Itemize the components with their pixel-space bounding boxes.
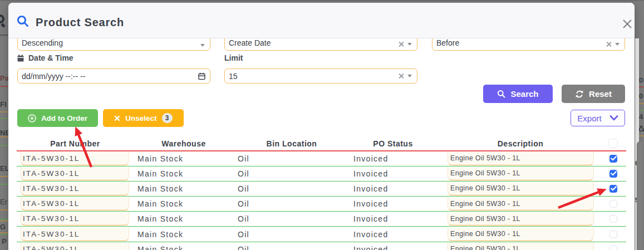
column-header-po-status[interactable]: PO Status bbox=[350, 139, 436, 148]
background-line bbox=[0, 136, 8, 138]
part-number-value: ITA-5W30-1L bbox=[23, 230, 80, 238]
column-header-description[interactable]: Description bbox=[436, 139, 604, 148]
background-line bbox=[0, 234, 8, 235]
warehouse-cell: Main Stock bbox=[134, 154, 234, 163]
chevron-down-icon bbox=[615, 43, 620, 46]
chevron-down-icon bbox=[200, 44, 205, 47]
clear-icon[interactable] bbox=[399, 73, 404, 79]
add-to-order-button[interactable]: Add to Order bbox=[17, 109, 98, 127]
warehouse-cell: Main Stock bbox=[134, 245, 234, 250]
description-cell-wrapper: Engine Oil 5W30 - 1L bbox=[436, 243, 604, 250]
chevron-down-icon bbox=[407, 75, 412, 77]
clear-icon[interactable] bbox=[399, 42, 404, 47]
po-status-cell: Invoiced bbox=[350, 199, 436, 208]
row-checkbox[interactable] bbox=[609, 155, 617, 163]
unselect-label: Unselect bbox=[125, 114, 156, 122]
description-cell[interactable]: Engine Oil 5W30 - 1L bbox=[448, 228, 594, 241]
export-button[interactable]: Export bbox=[571, 110, 625, 126]
results-table: Part Number Warehouse Bin Location PO St… bbox=[17, 137, 626, 250]
row-checkbox[interactable] bbox=[609, 185, 617, 193]
description-cell[interactable]: Engine Oil 5W30 - 1L bbox=[448, 197, 594, 210]
table-row: ITA-5W30-1L Main Stock Oil Invoiced Engi… bbox=[17, 197, 626, 212]
background-line bbox=[0, 118, 8, 119]
background-line bbox=[638, 86, 644, 87]
limit-select[interactable]: 15 bbox=[224, 68, 417, 84]
calendar-picker-icon[interactable] bbox=[198, 72, 205, 80]
export-label: Export bbox=[577, 114, 601, 123]
background-line bbox=[0, 111, 8, 112]
background-icon-fragment bbox=[0, 14, 4, 23]
part-number-value: ITA-5W30-1L bbox=[23, 214, 80, 223]
bin-location-cell: Oil bbox=[234, 214, 350, 223]
date-field-select[interactable]: Create Date bbox=[224, 38, 417, 51]
background-text-fragment: 4 bbox=[639, 112, 643, 121]
part-number-cell[interactable]: ITA-5W30-1L bbox=[21, 167, 129, 180]
close-icon[interactable] bbox=[621, 18, 633, 30]
part-number-cell[interactable]: ITA-5W30-1L bbox=[21, 212, 129, 226]
column-header-part-number[interactable]: Part Number bbox=[17, 139, 134, 148]
unselect-button[interactable]: Unselect 3 bbox=[103, 109, 184, 127]
description-value: Engine Oil 5W30 - 1L bbox=[450, 215, 520, 223]
description-cell-wrapper: Engine Oil 5W30 - 1L bbox=[436, 197, 604, 210]
background-text-fragment: Er bbox=[0, 198, 7, 206]
part-number-cell[interactable]: ITA-5W30-1L bbox=[21, 228, 129, 241]
backdrop-top-edge bbox=[0, 0, 644, 1]
description-cell-wrapper: Engine Oil 5W30 - 1L bbox=[436, 228, 604, 241]
row-checkbox[interactable] bbox=[609, 246, 617, 250]
check-icon bbox=[611, 186, 617, 191]
clear-icon[interactable] bbox=[606, 42, 611, 47]
date-operator-value: Before bbox=[432, 38, 459, 47]
part-number-cell-wrapper: ITA-5W30-1L bbox=[17, 182, 134, 195]
part-number-cell[interactable]: ITA-5W30-1L bbox=[21, 152, 129, 165]
part-number-cell-wrapper: ITA-5W30-1L bbox=[17, 197, 134, 210]
description-cell[interactable]: Engine Oil 5W30 - 1L bbox=[448, 167, 594, 180]
datetime-input[interactable]: dd/mm/yyyy --:-- -- bbox=[17, 68, 210, 84]
row-checkbox[interactable] bbox=[609, 170, 617, 178]
row-checkbox[interactable] bbox=[609, 231, 617, 238]
description-cell[interactable]: Engine Oil 5W30 - 1L bbox=[448, 212, 594, 226]
po-status-cell: Invoiced bbox=[350, 154, 436, 163]
po-status-cell: Invoiced bbox=[350, 230, 436, 239]
background-line bbox=[638, 135, 644, 136]
part-number-cell[interactable]: ITA-5W30-1L bbox=[21, 182, 129, 195]
background-line bbox=[0, 35, 8, 36]
part-number-cell[interactable]: ITA-5W30-1L bbox=[21, 197, 129, 210]
row-checkbox[interactable] bbox=[609, 200, 617, 208]
warehouse-cell: Main Stock bbox=[134, 169, 234, 178]
scrollbar-thumb[interactable] bbox=[637, 141, 643, 250]
search-button[interactable]: Search bbox=[483, 85, 553, 103]
select-all-checkbox[interactable] bbox=[608, 139, 618, 148]
column-header-bin-location[interactable]: Bin Location bbox=[234, 139, 350, 148]
sort-order-select[interactable]: Descending bbox=[17, 38, 210, 51]
bin-location-cell: Oil bbox=[234, 245, 350, 250]
datetime-label: Date & Time bbox=[17, 53, 73, 62]
description-value: Engine Oil 5W30 - 1L bbox=[450, 169, 520, 177]
checkbox-cell-wrapper bbox=[604, 185, 626, 193]
checkbox-cell-wrapper bbox=[604, 215, 626, 223]
po-status-cell: Invoiced bbox=[350, 245, 436, 250]
background-line bbox=[638, 110, 644, 111]
date-operator-select[interactable]: Before bbox=[432, 38, 625, 51]
checkbox-cell-wrapper bbox=[604, 231, 626, 238]
reset-button[interactable]: Reset bbox=[562, 85, 625, 103]
warehouse-cell: Main Stock bbox=[134, 214, 234, 223]
sort-order-value: Descending bbox=[18, 38, 63, 47]
row-checkbox[interactable] bbox=[609, 215, 617, 223]
column-header-warehouse[interactable]: Warehouse bbox=[134, 139, 234, 148]
description-cell[interactable]: Engine Oil 5W30 - 1L bbox=[448, 182, 594, 195]
checkbox-cell-wrapper bbox=[604, 155, 626, 163]
modal-title: Product Search bbox=[36, 16, 124, 29]
column-header-select-all bbox=[604, 139, 626, 148]
modal-body: Descending Create Date Before Date & Tim… bbox=[8, 38, 635, 250]
refresh-icon bbox=[575, 90, 584, 99]
part-number-cell[interactable]: ITA-5W30-1L bbox=[21, 243, 129, 250]
part-number-cell-wrapper: ITA-5W30-1L bbox=[17, 228, 134, 241]
limit-label-text: Limit bbox=[224, 53, 243, 62]
description-cell[interactable]: Engine Oil 5W30 - 1L bbox=[448, 243, 594, 250]
description-value: Engine Oil 5W30 - 1L bbox=[450, 154, 520, 162]
description-cell[interactable]: Engine Oil 5W30 - 1L bbox=[448, 152, 594, 165]
add-to-order-label: Add to Order bbox=[41, 114, 87, 122]
bin-location-cell: Oil bbox=[234, 199, 350, 208]
table-row: ITA-5W30-1L Main Stock Oil Invoiced Engi… bbox=[17, 166, 626, 182]
limit-value: 15 bbox=[225, 72, 238, 81]
